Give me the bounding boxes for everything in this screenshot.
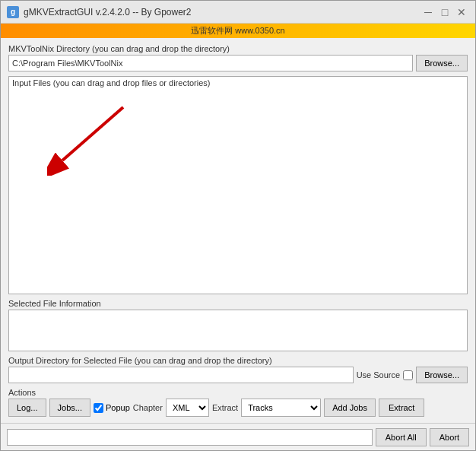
popup-checkbox[interactable] — [94, 403, 103, 413]
add-jobs-button[interactable]: Add Jobs — [324, 399, 376, 417]
watermark-text: 迅雷软件网 www.0350.cn — [191, 26, 284, 35]
use-source-label: Use Source — [357, 370, 400, 380]
chapter-label: Chapter — [133, 403, 163, 412]
output-dir-label: Output Directory for Selected File (you … — [8, 356, 468, 365]
progress-bar — [7, 429, 373, 446]
jobs-button[interactable]: Jobs... — [49, 399, 90, 417]
abort-button[interactable]: Abort — [430, 428, 469, 446]
input-files-label: Input Files (you can drag and drop files… — [12, 78, 210, 87]
mkvtoolnix-label: MKVToolNix Directory (you can drag and d… — [8, 44, 468, 53]
drag-arrow-indicator — [47, 100, 138, 176]
mkvtoolnix-browse-button[interactable]: Browse... — [416, 55, 468, 71]
output-dir-input[interactable] — [8, 367, 354, 383]
actions-section: Actions Log... Jobs... Popup Chapter XML… — [8, 388, 468, 417]
app-icon: g — [7, 6, 19, 18]
mkvtoolnix-section: MKVToolNix Directory (you can drag and d… — [8, 44, 468, 71]
window-title: gMKVExtractGUI v.2.4.2.0 -- By Gpower2 — [24, 7, 420, 17]
maximize-button[interactable]: □ — [437, 5, 452, 20]
bottom-bar: Abort All Abort — [1, 423, 475, 450]
use-source-checkbox[interactable] — [403, 370, 413, 380]
input-files-section[interactable]: Input Files (you can drag and drop files… — [8, 76, 468, 294]
close-button[interactable]: ✕ — [454, 5, 469, 20]
svg-line-1 — [62, 107, 123, 160]
selected-file-label: Selected File Information — [8, 299, 468, 308]
mkvtoolnix-path-input[interactable] — [8, 55, 413, 71]
output-dir-row: Use Source Browse... — [8, 367, 468, 383]
mkvtoolnix-input-row: Browse... — [8, 55, 468, 71]
log-button[interactable]: Log... — [8, 399, 46, 417]
xml-format-select[interactable]: XML OGM CUE — [166, 399, 209, 417]
tracks-mode-select[interactable]: Tracks Attachments Chapters Tags Cue She… — [241, 399, 321, 417]
selected-file-section: Selected File Information — [8, 299, 468, 351]
minimize-button[interactable]: ─ — [420, 5, 436, 20]
popup-checkbox-group: Popup — [94, 403, 130, 413]
abort-all-button[interactable]: Abort All — [376, 428, 427, 446]
title-bar: g gMKVExtractGUI v.2.4.2.0 -- By Gpower2… — [1, 1, 475, 24]
main-content: MKVToolNix Directory (you can drag and d… — [1, 38, 475, 423]
window-controls: ─ □ ✕ — [420, 5, 469, 20]
watermark-bar: 迅雷软件网 www.0350.cn — [1, 24, 475, 38]
selected-file-info-area — [8, 310, 468, 351]
output-browse-button[interactable]: Browse... — [416, 367, 468, 383]
extract-label: Extract — [212, 403, 238, 412]
popup-label: Popup — [106, 403, 130, 412]
actions-label: Actions — [8, 388, 468, 397]
output-dir-section: Output Directory for Selected File (you … — [8, 356, 468, 383]
main-window: g gMKVExtractGUI v.2.4.2.0 -- By Gpower2… — [0, 0, 476, 451]
actions-row: Log... Jobs... Popup Chapter XML OGM CUE… — [8, 399, 468, 417]
extract-button[interactable]: Extract — [379, 399, 424, 417]
